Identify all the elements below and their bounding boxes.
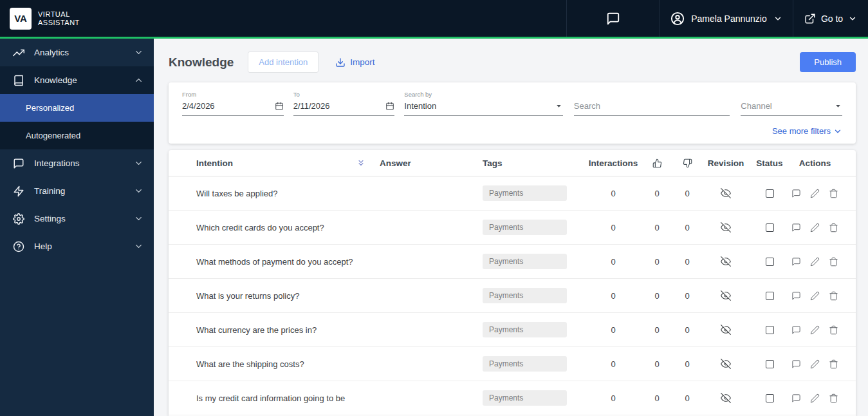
edit-pencil-icon[interactable] <box>810 325 820 335</box>
comment-icon[interactable] <box>791 291 801 301</box>
sidebar-item-training[interactable]: Training <box>0 177 154 205</box>
analytics-icon <box>13 47 24 59</box>
add-intention-button[interactable]: Add intention <box>248 52 319 73</box>
edit-pencil-icon[interactable] <box>810 189 820 198</box>
status-checkbox[interactable] <box>766 292 774 300</box>
goto-label: Go to <box>821 14 843 24</box>
speech-bubble-icon <box>13 158 24 169</box>
comment-icon[interactable] <box>791 223 801 232</box>
gear-icon <box>13 213 24 225</box>
tags-cell: Payments <box>483 288 586 303</box>
import-button[interactable]: Import <box>335 57 374 68</box>
intention-cell[interactable]: Will taxes be applied? <box>196 189 380 198</box>
to-date-field[interactable]: To 2/11/2026 <box>293 91 395 116</box>
sidebar-item-label: Knowledge <box>34 75 77 85</box>
calendar-icon[interactable] <box>275 102 284 111</box>
brand-line2: ASSISTANT <box>38 19 80 27</box>
intention-cell[interactable]: Is my credit card information going to b… <box>196 393 380 403</box>
table-body: Will taxes be applied? Payments 0 0 0 Wh… <box>169 176 856 415</box>
comment-icon[interactable] <box>791 359 801 369</box>
status-cell <box>751 292 788 300</box>
tag-chip: Payments <box>483 220 567 235</box>
user-menu[interactable]: Pamela Pannunzio <box>660 0 793 37</box>
intention-cell[interactable]: What currency are the prices in? <box>196 325 380 335</box>
channel-select[interactable]: Channel <box>741 101 842 116</box>
comment-icon[interactable] <box>791 257 801 267</box>
sidebar-group-knowledge: Knowledge Personalized Autogenerated <box>0 66 154 149</box>
calendar-icon[interactable] <box>385 102 394 111</box>
status-checkbox[interactable] <box>766 394 774 402</box>
comment-icon[interactable] <box>791 189 801 198</box>
sidebar-item-analytics[interactable]: Analytics <box>0 39 154 66</box>
sidebar-item-label: Help <box>34 241 52 251</box>
brand: VA VIRTUAL ASSISTANT <box>0 0 80 37</box>
intention-cell[interactable]: What methods of payment do you accept? <box>196 257 380 267</box>
edit-pencil-icon[interactable] <box>810 257 820 267</box>
sort-icon[interactable] <box>356 158 365 167</box>
status-checkbox[interactable] <box>766 360 774 368</box>
dislikes-count: 0 <box>674 257 701 267</box>
status-checkbox[interactable] <box>766 258 774 266</box>
trash-icon[interactable] <box>829 393 838 403</box>
page-title: Knowledge <box>169 55 234 70</box>
trash-icon[interactable] <box>829 291 838 301</box>
edit-pencil-icon[interactable] <box>810 223 820 232</box>
eye-off-icon <box>701 222 751 232</box>
sidebar-item-settings[interactable]: Settings <box>0 205 154 232</box>
trash-icon[interactable] <box>829 325 838 335</box>
search-by-select[interactable]: Search by Intention <box>404 91 562 116</box>
dislikes-count: 0 <box>674 291 701 301</box>
edit-pencil-icon[interactable] <box>810 359 820 369</box>
publish-button[interactable]: Publish <box>800 52 856 72</box>
status-checkbox[interactable] <box>766 326 774 334</box>
sidebar-subitem-label: Personalized <box>26 103 74 113</box>
trash-icon[interactable] <box>829 257 838 267</box>
intention-cell[interactable]: What is your returns policy? <box>196 291 380 301</box>
chevron-down-icon <box>773 14 782 23</box>
status-cell <box>751 360 788 368</box>
search-input[interactable]: Search <box>574 101 730 116</box>
sidebar-subitem-label: Autogenerated <box>26 131 80 140</box>
topbar: VA VIRTUAL ASSISTANT Pamela Pannunzio Go… <box>0 0 868 37</box>
download-icon <box>335 57 346 68</box>
to-label: To <box>293 91 395 98</box>
likes-count: 0 <box>640 393 674 403</box>
dropdown-arrow-icon <box>555 102 563 110</box>
edit-pencil-icon[interactable] <box>810 393 820 403</box>
sidebar-item-personalized[interactable]: Personalized <box>0 94 154 122</box>
intention-cell[interactable]: What are the shipping costs? <box>196 359 380 369</box>
see-more-filters-link[interactable]: See more filters <box>182 126 842 136</box>
intention-cell[interactable]: Which credit cards do you accept? <box>196 223 380 232</box>
trash-icon[interactable] <box>829 359 838 369</box>
status-checkbox[interactable] <box>766 223 774 232</box>
chevron-down-icon <box>134 186 143 196</box>
from-date-field[interactable]: From 2/4/2026 <box>182 91 284 116</box>
help-circle-icon <box>13 241 24 252</box>
dropdown-arrow-icon <box>834 102 842 110</box>
column-header-tags: Tags <box>483 158 586 168</box>
interactions-count: 0 <box>586 393 640 403</box>
trash-icon[interactable] <box>829 223 838 232</box>
chat-button[interactable] <box>566 0 660 37</box>
sidebar-item-integrations[interactable]: Integrations <box>0 149 154 177</box>
tags-cell: Payments <box>483 390 586 406</box>
sidebar-item-autogenerated[interactable]: Autogenerated <box>0 122 154 149</box>
trash-icon[interactable] <box>829 189 838 198</box>
dislikes-count: 0 <box>674 325 701 335</box>
edit-pencil-icon[interactable] <box>810 291 820 301</box>
thumbs-up-icon <box>640 158 674 168</box>
sidebar-item-label: Analytics <box>34 48 69 57</box>
sidebar-item-knowledge[interactable]: Knowledge <box>0 66 154 94</box>
table-row: What methods of payment do you accept? P… <box>169 245 856 279</box>
tag-chip: Payments <box>483 254 567 269</box>
comment-icon[interactable] <box>791 393 801 403</box>
status-checkbox[interactable] <box>766 189 774 198</box>
goto-menu[interactable]: Go to <box>793 0 868 37</box>
actions-cell <box>788 291 842 301</box>
sidebar-item-help[interactable]: Help <box>0 232 154 260</box>
likes-count: 0 <box>640 257 674 267</box>
comment-icon[interactable] <box>791 325 801 335</box>
interactions-count: 0 <box>586 291 640 301</box>
table-header-row: Intention Answer Tags Interactions Revis… <box>169 150 856 176</box>
actions-cell <box>788 325 842 335</box>
